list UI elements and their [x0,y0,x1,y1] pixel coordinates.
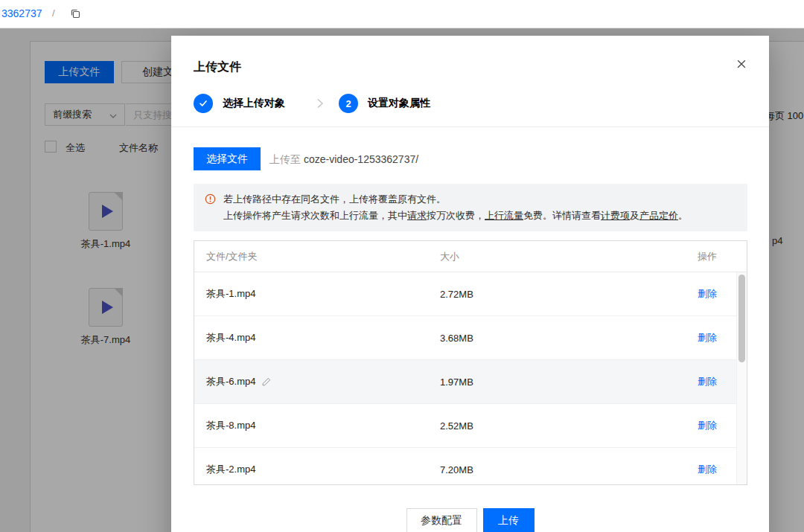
file-size-cell: 3.68MB [440,333,657,344]
file-name-cell: 茶具-6.mp4 [194,375,440,388]
action-cell: 删除 [657,331,747,344]
breadcrumb-separator: / [52,7,55,19]
notice-text: 及 [630,210,639,221]
notice-text: 。 [678,210,688,221]
file-size-cell: 7.20MB [440,464,657,475]
breadcrumb-bucket-link[interactable]: 3362737 [1,7,42,19]
notice-text: 按万次收费， [427,210,485,221]
step-check-icon [194,94,213,113]
step-2: 2设置对象属性 [339,94,430,113]
edit-icon[interactable] [261,376,272,387]
header-file: 文件/文件夹 [194,250,440,263]
file-size-cell: 2.52MB [440,420,657,432]
step-label: 设置对象属性 [368,97,430,110]
divider [171,126,769,127]
step-number: 2 [339,94,358,113]
notice-text: 上传操作将产生请求次数和上行流量，其中 [223,210,407,221]
scrollbar-thumb[interactable] [738,275,745,362]
param-config-button[interactable]: 参数配置 [406,508,477,532]
file-name: 茶具-8.mp4 [206,419,255,432]
file-name-cell: 茶具-1.mp4 [194,287,440,301]
file-name-cell: 茶具-8.mp4 [194,419,440,432]
header-size: 大小 [440,250,657,263]
notice-text: 免费。详情请查看 [523,210,601,221]
upload-to-label: 上传至 [269,153,301,167]
file-name-cell: 茶具-4.mp4 [194,331,440,344]
step-label: 选择上传对象 [223,97,285,110]
close-icon[interactable] [736,59,748,71]
step-1: 选择上传对象 [194,94,285,113]
table-header: 文件/文件夹 大小 操作 [194,241,747,272]
file-name: 茶具-4.mp4 [206,331,255,344]
notice-box: 若上传路径中存在同名文件，上传将覆盖原有文件。 上传操作将产生请求次数和上行流量… [194,184,747,231]
file-name: 茶具-2.mp4 [206,463,255,476]
copy-icon[interactable] [69,7,81,19]
upload-modal: 上传文件 选择上传对象2设置对象属性 选择文件 上传至 coze-video-1… [171,36,769,532]
table-row: 茶具-4.mp43.68MB删除 [194,316,747,360]
header-action: 操作 [657,250,747,263]
file-name: 茶具-6.mp4 [206,375,255,388]
notice-line2: 上传操作将产生请求次数和上行流量，其中请求按万次收费，上行流量免费。详情请查看计… [223,208,737,224]
table-row: 茶具-6.mp41.97MB删除 [194,360,747,404]
modal-title: 上传文件 [194,60,241,75]
file-size-cell: 2.72MB [440,289,657,300]
upload-button[interactable]: 上传 [483,508,535,532]
table-row: 茶具-8.mp42.52MB删除 [194,404,747,448]
screen: 3362737 / 上传文件 创建文件 前缀搜索 全选 文件名称 茶具-1.mp… [0,0,804,532]
file-size-cell: 1.97MB [440,376,657,388]
delete-link[interactable]: 删除 [698,464,717,475]
delete-link[interactable]: 删除 [698,288,717,299]
notice-link[interactable]: 计费项 [601,210,630,221]
delete-link[interactable]: 删除 [698,420,717,431]
table-row: 茶具-1.mp42.72MB删除 [194,272,747,316]
notice-line1: 若上传路径中存在同名文件，上传将覆盖原有文件。 [223,191,737,208]
notice-link[interactable]: 请求 [407,210,427,221]
scrollbar-track[interactable] [736,272,747,484]
action-cell: 删除 [657,375,747,388]
notice-link[interactable]: 上行流量 [485,210,523,221]
action-cell: 删除 [657,287,747,301]
delete-link[interactable]: 删除 [698,376,717,387]
chevron-right-icon [316,98,324,109]
upload-path: coze-video-1253362737/ [304,153,418,165]
file-name: 茶具-1.mp4 [206,287,255,301]
steps: 选择上传对象2设置对象属性 [194,94,430,113]
action-cell: 删除 [657,419,747,432]
breadcrumb-bar: 3362737 / [0,0,804,28]
file-name-cell: 茶具-2.mp4 [194,463,440,476]
upload-file-table: 文件/文件夹 大小 操作 茶具-1.mp42.72MB删除茶具-4.mp43.6… [194,240,747,485]
delete-link[interactable]: 删除 [698,332,717,343]
select-file-button[interactable]: 选择文件 [194,147,261,170]
upload-table-body: 茶具-1.mp42.72MB删除茶具-4.mp43.68MB删除茶具-6.mp4… [194,272,747,484]
notice-link[interactable]: 产品定价 [639,210,678,221]
table-row: 茶具-2.mp47.20MB删除 [194,448,747,484]
warning-icon [205,193,216,205]
action-cell: 删除 [657,463,747,476]
modal-footer: 参数配置 上传 [171,508,769,532]
